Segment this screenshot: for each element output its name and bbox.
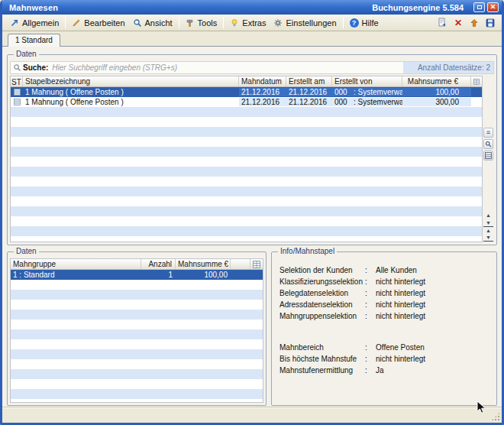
cell-erstellt-am: 21.12.2016 — [286, 98, 332, 106]
bottom-panels: Daten Mahngruppe Anzahl Mahnsumme € 1 : … — [7, 251, 497, 406]
details-icon[interactable] — [483, 151, 493, 161]
general-icon — [10, 18, 19, 28]
restore-icon — [477, 5, 482, 9]
report-export-button[interactable] — [437, 18, 447, 28]
cell-mahnsumme: 100,00 — [176, 271, 231, 279]
info-separator: : — [365, 355, 376, 363]
empty-rows-stripes — [11, 280, 263, 402]
info-separator: : — [365, 312, 376, 320]
daten-group-label: Daten — [14, 247, 39, 255]
close-window-button[interactable]: ✕ — [487, 2, 499, 12]
info-row-klassifizierung: Klassifizierungsselektion : nicht hinter… — [279, 276, 490, 287]
cell-erstellt-von: 000 : Systemverwalter — [332, 88, 402, 96]
empty-rows-stripes — [11, 107, 482, 242]
info-separator: : — [365, 343, 376, 352]
info-row-selektion-kunden: Selektion der Kunden : Alle Kunden — [279, 264, 490, 276]
menu-extras[interactable]: Extras — [226, 17, 270, 29]
move-up-button[interactable] — [469, 18, 480, 28]
menu-tools[interactable]: Tools — [182, 17, 221, 29]
search-bar: Suche: Anzahl Datensätze: 2 — [10, 61, 494, 74]
info-label: Mahngruppenselektion — [279, 312, 365, 320]
info-label: Belegdatenselektion — [279, 289, 365, 297]
col-header-stapelbezeichnung[interactable]: Stapelbezeichnung — [23, 76, 239, 86]
table-header: ST Stapelbezeichnung Mahndatum Erstellt … — [11, 76, 482, 87]
info-group-label: Info/Mahnstapel — [278, 247, 337, 255]
menu-hilfe[interactable]: ? Hilfe — [346, 17, 383, 29]
info-value: Alle Kunden — [376, 266, 417, 274]
table-options-icon[interactable] — [471, 76, 482, 86]
table-side-toolbar: ≡ ▲ ▼ ▲ ▼ — [483, 76, 494, 242]
info-row-belegdaten: Belegdatenselektion : nicht hinterlegt — [279, 287, 490, 299]
info-separator: : — [365, 266, 376, 274]
info-value: nicht hinterlegt — [376, 355, 425, 363]
list-icon[interactable]: ≡ — [483, 128, 493, 138]
table-row[interactable]: 1 Mahnung ( Offene Posten ) 21.12.2016 2… — [11, 97, 482, 107]
cell-mahndatum: 21.12.2016 — [239, 88, 286, 96]
toolbar-separator — [343, 17, 344, 28]
info-label: Klassifizierungsselektion — [279, 277, 365, 286]
col-header-erstellt-von[interactable]: Erstellt von — [332, 76, 402, 86]
toolbar-right-actions: ✕ — [437, 18, 498, 28]
row-type-icon — [11, 99, 23, 105]
menu-ansicht[interactable]: Ansicht — [129, 17, 176, 29]
info-value: Ja — [376, 366, 384, 375]
menu-allgemein[interactable]: Allgemein — [6, 17, 63, 29]
info-row-mahnbereich: Mahnbereich : Offene Posten — [279, 342, 490, 353]
cell-stapelbezeichnung: 1 Mahnung ( Offene Posten ) — [23, 98, 239, 106]
engine-version-label: Buchungsengine 5.584 — [372, 3, 471, 12]
col-header-mahngruppe[interactable]: Mahngruppe — [11, 259, 141, 269]
table-row[interactable]: 1 Mahnung ( Offene Posten ) 21.12.2016 2… — [11, 87, 482, 97]
record-count-label: Anzahl Datensätze: 2 — [403, 62, 493, 73]
col-header-mahnsumme[interactable]: Mahnsumme € — [176, 259, 231, 269]
resize-grip[interactable] — [491, 412, 500, 421]
col-header-mahnsumme[interactable]: Mahnsumme € — [402, 76, 471, 86]
cell-anzahl: 1 — [141, 271, 176, 279]
table-options-icon[interactable] — [250, 259, 263, 269]
mahngruppen-table: Mahngruppe Anzahl Mahnsumme € 1 : Standa… — [10, 258, 263, 403]
close-icon: ✕ — [490, 4, 496, 11]
zoom-icon[interactable] — [483, 139, 493, 149]
tools-hammer-icon — [186, 18, 195, 28]
search-label: Suche: — [23, 63, 48, 72]
window-title: Mahnwesen — [9, 3, 58, 12]
cell-erstellt-am: 21.12.2016 — [286, 88, 332, 96]
info-separator: : — [365, 289, 376, 297]
menu-tools-label: Tools — [198, 18, 218, 28]
col-header-st[interactable]: ST — [11, 76, 23, 86]
mahnstapel-table: ST Stapelbezeichnung Mahndatum Erstellt … — [10, 76, 483, 242]
search-input[interactable] — [52, 63, 403, 72]
info-label: Adressdatenselektion — [279, 300, 365, 309]
cell-stapelbezeichnung: 1 Mahnung ( Offene Posten ) — [23, 88, 239, 96]
col-header-mahndatum[interactable]: Mahndatum — [239, 76, 286, 86]
scroll-top-icon[interactable]: ▲ — [483, 226, 493, 234]
info-row-mahnstufenermittlung: Mahnstufenermittlung : Ja — [279, 365, 490, 376]
restore-window-button[interactable] — [473, 2, 485, 12]
menu-einstellungen[interactable]: Einstellungen — [270, 17, 340, 29]
info-row-adressdaten: Adressdatenselektion : nicht hinterlegt — [279, 299, 490, 310]
info-mahnstapel-group: Info/Mahnstapel Selektion der Kunden : A… — [271, 251, 497, 406]
info-separator: : — [365, 366, 376, 375]
menu-ansicht-label: Ansicht — [145, 18, 173, 28]
col-header-anzahl[interactable]: Anzahl — [141, 259, 176, 269]
menu-bearbeiten[interactable]: Bearbeiten — [68, 17, 128, 29]
table-header: Mahngruppe Anzahl Mahnsumme € — [11, 259, 263, 270]
tab-standard[interactable]: 1 Standard — [8, 34, 60, 47]
cell-mahnsumme: 100,00 — [402, 88, 471, 96]
content-area: Daten Suche: Anzahl Datensätze: 2 ST Sta… — [2, 47, 502, 407]
row-type-icon — [11, 89, 23, 96]
col-header-erstellt-am[interactable]: Erstellt am — [286, 76, 332, 86]
scroll-bottom-icon[interactable]: ▼ — [483, 234, 493, 242]
toolbar-separator — [65, 17, 66, 28]
daten-group-mahngruppen: Daten Mahngruppe Anzahl Mahnsumme € 1 : … — [7, 251, 267, 406]
view-magnifier-icon — [133, 18, 142, 28]
scroll-up-icon[interactable]: ▲ — [483, 211, 493, 219]
info-row-mahngruppen: Mahngruppenselektion : nicht hinterlegt — [279, 310, 490, 322]
delete-button[interactable]: ✕ — [453, 18, 464, 28]
save-button[interactable] — [485, 18, 496, 28]
info-separator: : — [365, 277, 376, 286]
info-gap — [279, 322, 490, 342]
help-icon: ? — [350, 18, 359, 28]
scroll-down-icon[interactable]: ▼ — [483, 219, 493, 226]
titlebar: Mahnwesen Buchungsengine 5.584 ✕ — [2, 0, 502, 15]
table-row[interactable]: 1 : Standard 1 100,00 — [11, 270, 263, 280]
